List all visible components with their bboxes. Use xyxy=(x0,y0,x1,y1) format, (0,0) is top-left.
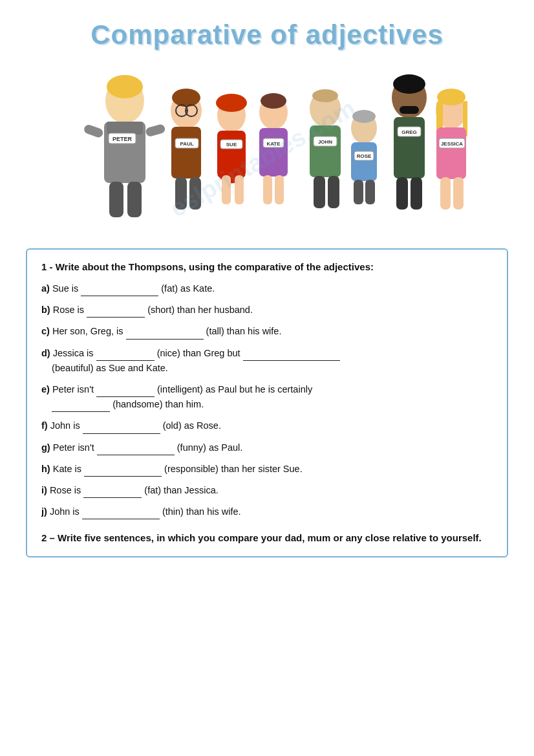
page-title: Comparative of adjectives xyxy=(26,13,508,50)
svg-rect-63 xyxy=(440,177,451,210)
svg-point-11 xyxy=(172,89,200,107)
svg-text:SUE: SUE xyxy=(226,142,237,147)
svg-rect-50 xyxy=(400,106,419,114)
svg-rect-8 xyxy=(109,182,123,217)
svg-rect-32 xyxy=(263,175,272,204)
exercise-item-i: i) Rose is (fat) than Jessica. xyxy=(41,483,493,498)
blank-f xyxy=(83,424,160,434)
svg-text:PAUL: PAUL xyxy=(180,141,193,147)
blank-d2 xyxy=(243,351,340,361)
exercise-item-h: h) Kate is (responsible) than her sister… xyxy=(41,462,493,477)
family-svg: PETER PAUL SUE xyxy=(67,62,467,230)
svg-rect-43 xyxy=(351,142,377,181)
exercise-item-e: e) Peter isn't (intelligent) as Paul but… xyxy=(41,382,493,412)
svg-rect-51 xyxy=(394,117,425,178)
svg-rect-15 xyxy=(171,127,201,178)
svg-text:ROSE: ROSE xyxy=(357,153,372,159)
blank-c xyxy=(126,329,204,340)
svg-rect-33 xyxy=(275,175,284,204)
blank-d1 xyxy=(96,351,155,361)
svg-rect-60 xyxy=(436,127,466,179)
svg-rect-46 xyxy=(354,180,363,204)
section1-title: 1 - Write about the Thompsons, using the… xyxy=(41,261,493,272)
svg-text:GREG: GREG xyxy=(401,129,417,135)
svg-point-1 xyxy=(107,75,143,98)
exercise-item-j: j) John is (thin) than his wife. xyxy=(41,504,493,519)
svg-point-35 xyxy=(312,89,338,102)
svg-rect-40 xyxy=(328,176,339,208)
svg-rect-9 xyxy=(127,182,142,217)
svg-rect-3 xyxy=(107,122,143,135)
svg-rect-7 xyxy=(145,124,166,137)
family-illustration-container: PETER PAUL SUE xyxy=(26,62,508,237)
svg-point-49 xyxy=(393,74,425,94)
exercise-item-g: g) Peter isn't (funny) as Paul. xyxy=(41,440,493,455)
svg-rect-39 xyxy=(314,176,325,208)
blank-g xyxy=(97,445,175,455)
svg-rect-54 xyxy=(396,177,408,210)
blank-e1 xyxy=(96,387,155,397)
svg-rect-64 xyxy=(453,177,464,210)
exercise-item-c: c) Her son, Greg, is (tall) than his wif… xyxy=(41,324,493,339)
blank-j xyxy=(82,509,160,519)
blank-h xyxy=(84,466,162,477)
blank-a xyxy=(81,286,158,296)
blank-b xyxy=(87,307,145,318)
exercise-item-f: f) John is (old) as Rose. xyxy=(41,418,493,433)
exercise-item-b: b) Rose is (short) than her husband. xyxy=(41,303,493,318)
svg-text:PETER: PETER xyxy=(112,136,133,142)
exercise-box: 1 - Write about the Thompsons, using the… xyxy=(26,248,508,557)
svg-point-28 xyxy=(261,93,286,109)
blank-e2 xyxy=(52,402,110,412)
svg-rect-47 xyxy=(365,180,375,204)
exercise-item-a: a) Sue is (fat) as Kate. xyxy=(41,281,493,296)
svg-text:JESSICA: JESSICA xyxy=(441,141,463,147)
svg-rect-6 xyxy=(83,124,104,138)
svg-rect-55 xyxy=(411,177,422,210)
blank-i xyxy=(83,488,142,498)
svg-point-21 xyxy=(216,94,247,112)
section2-title: 2 – Write five sentences, in which you c… xyxy=(41,531,493,546)
exercise-item-d: d) Jessica is (nice) than Greg but (beau… xyxy=(41,346,493,376)
